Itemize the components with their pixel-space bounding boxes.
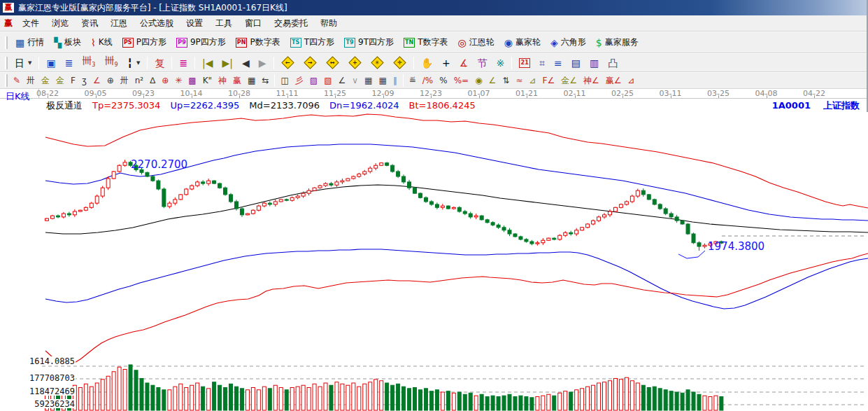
n-square-icon[interactable]: n² — [132, 74, 146, 88]
volume-profile-icon[interactable]: ≣ — [175, 55, 192, 71]
stock-name[interactable]: 上证指数 — [823, 99, 860, 112]
menu-item-trade[interactable]: 交易委托 — [269, 16, 313, 31]
grid-123-icon[interactable]: ▦ — [245, 74, 258, 88]
red-target-icon[interactable]: ⊕ — [159, 74, 171, 88]
diamond-both-icon[interactable]: ↔ — [322, 55, 343, 71]
diamond-right-icon[interactable]: → — [299, 55, 321, 71]
box-tool-icon[interactable]: ◫ — [278, 74, 291, 88]
9t-square-button[interactable]: T99T四方形 — [340, 34, 398, 50]
kline-button[interactable]: ⌇K线 — [87, 34, 117, 50]
bars-3-icon[interactable]: 卌3 — [78, 53, 99, 73]
k-quote-icon[interactable]: K" — [200, 74, 215, 88]
protractor-icon[interactable]: ∆ — [147, 74, 158, 88]
gann-line-icon[interactable]: 卅 — [24, 74, 38, 88]
tick-line-icon[interactable]: 卅 — [118, 74, 131, 88]
bars-9-icon[interactable]: 卌9 — [100, 53, 122, 73]
sectors-button[interactable]: ▚板块 — [50, 34, 85, 50]
gold-circle-icon[interactable]: ◉ — [472, 74, 485, 88]
dark-grid-a-icon[interactable]: ▦ — [362, 74, 375, 88]
circle-cross-icon[interactable]: ⊕ — [104, 74, 117, 88]
pen-updown-icon[interactable]: ⇅ — [499, 74, 512, 88]
last-bar-icon[interactable]: ▶| — [218, 55, 237, 71]
p-square-button[interactable]: PSP四方形 — [118, 34, 171, 50]
save-icon[interactable]: ▤ — [567, 55, 585, 71]
f-angle-icon[interactable]: F∠ — [540, 74, 558, 88]
gold-triangle-icon[interactable]: ⊿ — [527, 74, 539, 88]
gold-line-a-icon[interactable]: 金 — [38, 74, 52, 88]
percent-icon[interactable]: % — [436, 74, 450, 88]
gold-angle-2-icon[interactable]: 金∠ — [558, 74, 580, 88]
multi-window-icon[interactable]: ▣ — [42, 55, 59, 71]
t-square-button[interactable]: TST四方形 — [286, 34, 339, 50]
restore-rights-icon[interactable]: 复 — [150, 55, 169, 71]
ying-tool-icon[interactable]: 赢 — [230, 74, 244, 88]
net-square-icon[interactable]: ▩ — [185, 74, 199, 88]
crosshair-icon[interactable]: + — [438, 55, 455, 71]
gann-wheel-button[interactable]: ◎江恩轮 — [453, 34, 498, 50]
scale-list-icon[interactable]: ≝ — [406, 74, 419, 88]
parallel-lines-icon[interactable]: ∥ — [390, 74, 400, 88]
titlebar[interactable]: 赢 赢家江恩专业版[赢家内部服务平台] - [上证指数 SH1A0001-167… — [0, 0, 867, 15]
period-day-dropdown-icon[interactable]: 日▼ — [10, 55, 36, 71]
single-candle-dropdown-icon[interactable]: ╏▼ — [123, 55, 145, 71]
info-panel-icon[interactable]: ≣ — [61, 55, 78, 71]
menu-item-window[interactable]: 窗口 — [239, 16, 267, 31]
purple-fan-box-icon[interactable]: ▨ — [307, 74, 320, 88]
menu-item-gann[interactable]: 江恩 — [105, 16, 133, 31]
menu-item-tools[interactable]: 工具 — [210, 16, 238, 31]
red-fan-box-icon[interactable]: ▧ — [321, 74, 334, 88]
9p-square-button[interactable]: P99P四方形 — [172, 34, 230, 50]
diamond-star-icon[interactable]: ✳ — [367, 55, 388, 71]
first-bar-icon[interactable]: |◀ — [198, 55, 217, 71]
gann-flag-icon[interactable]: 节 — [473, 55, 491, 71]
shen-angle-icon[interactable]: 神∠ — [581, 74, 602, 88]
f-line-icon[interactable]: F — [68, 74, 78, 88]
ying-angle-icon[interactable]: 赢∠ — [603, 74, 625, 88]
angle-line-icon[interactable]: ∠ — [335, 74, 348, 88]
save-as-icon[interactable]: ▥ — [585, 55, 603, 71]
diamond-cross-icon[interactable]: + — [344, 55, 366, 71]
menu-item-settings[interactable]: 设置 — [180, 16, 208, 31]
butterfly-icon[interactable]: ※ — [492, 55, 508, 71]
angle-measure-icon[interactable]: ∡ — [455, 55, 473, 71]
angle-pen-icon[interactable]: ∠ — [90, 74, 104, 88]
toolbar-grip[interactable] — [5, 36, 8, 49]
wave-lines-icon[interactable]: ≈ — [513, 74, 525, 88]
stock-code[interactable]: 1A0001 — [772, 100, 811, 111]
diamond-plus-icon[interactable]: ✛ — [389, 55, 411, 71]
draw-pen-icon[interactable]: ✎ — [10, 74, 23, 88]
quotes-button[interactable]: ▦行情 — [11, 34, 48, 50]
toolbar-grip[interactable] — [5, 57, 8, 69]
next-bar-icon[interactable]: ▶ — [255, 55, 271, 71]
dark-grid-b-icon[interactable]: ▦ — [376, 74, 389, 88]
prev-bar-icon[interactable]: ◀ — [238, 55, 254, 71]
calendar-21-icon[interactable]: 21 — [515, 56, 534, 70]
menu-item-formula-picker[interactable]: 公式选股 — [134, 16, 179, 31]
print-icon[interactable]: 凸 — [604, 55, 622, 71]
hand-tool-icon[interactable]: ✋ — [417, 55, 437, 71]
notes-icon[interactable]: ≡ — [550, 55, 567, 71]
winner-wheel-button[interactable]: ◉赢家轮 — [500, 34, 545, 50]
kline-chart[interactable]: 1614.0885177708703118472469592362342270.… — [0, 112, 868, 411]
gold-angle-icon[interactable]: ∠ — [486, 74, 499, 88]
p-table-button[interactable]: PNP数字表 — [232, 34, 285, 50]
diamond-left-icon[interactable]: ← — [277, 55, 299, 71]
calculator-icon[interactable]: ⌗ — [535, 55, 549, 71]
menu-item-news[interactable]: 资讯 — [76, 16, 104, 31]
percent-lines-icon[interactable]: %= — [451, 74, 471, 88]
slash-percent-icon[interactable]: ∕% — [420, 74, 436, 88]
menu-item-browse[interactable]: 浏览 — [46, 16, 74, 31]
v-wave-icon[interactable]: ∨ — [349, 74, 361, 88]
winner-service-button[interactable]: $赢家服务 — [592, 34, 643, 50]
hexagon-button[interactable]: ◈六角形 — [546, 34, 590, 50]
four-angle-icon[interactable]: ⊿ — [625, 74, 638, 88]
menu-item-help[interactable]: 帮助 — [315, 16, 343, 31]
snowflake-icon[interactable]: ✳ — [172, 74, 185, 88]
t-table-button[interactable]: TNT数字表 — [399, 34, 453, 50]
menu-item-file[interactable]: 文件 — [17, 16, 45, 31]
span-arrow-icon[interactable]: ⇆ — [259, 74, 271, 88]
toolbar-grip[interactable] — [5, 74, 8, 87]
spiral-icon[interactable]: ʒ — [79, 74, 90, 88]
shen-tool-icon[interactable]: 神 — [215, 74, 229, 88]
gold-line-b-icon[interactable]: 金 — [53, 74, 67, 88]
